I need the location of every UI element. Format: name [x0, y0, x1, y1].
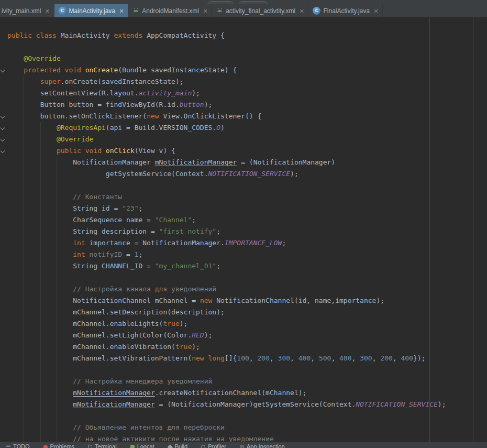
code-token: (api = Build.VERSION_CODES. — [106, 124, 216, 132]
code-token: mNotificationManager — [155, 158, 237, 166]
code-token: NotificationChannel mChannel = — [73, 297, 200, 304]
code-token: NotificationChannel(id, name,importance)… — [216, 297, 384, 304]
fold-marker-icon[interactable] — [1, 137, 5, 141]
code-line: // Константы — [7, 191, 487, 203]
code-token: "first notify" — [159, 227, 217, 235]
code-token: ); — [204, 331, 213, 339]
code-token: (Bundle savedInstanceState) { — [118, 66, 237, 74]
todo-icon — [6, 445, 10, 448]
code-token: ); — [192, 89, 200, 97]
code-token: 100 — [237, 354, 249, 362]
fold-marker-icon[interactable] — [1, 68, 5, 72]
toolbar-button[interactable] — [207, 1, 234, 4]
code-token: = (NotificationManager)getSystemService(… — [155, 400, 356, 408]
profiler-icon — [201, 445, 205, 448]
code-line — [7, 272, 487, 283]
code-line: String description = "first notify"; — [7, 226, 487, 237]
inspection-icon — [240, 445, 244, 448]
code-token: 300 — [360, 354, 372, 362]
code-line: getSystemService(Context.NOTIFICATION_SE… — [7, 168, 487, 180]
code-token: true — [163, 320, 179, 327]
code-token: = (NotificationManager) — [237, 158, 335, 166]
tool-window-button-problems[interactable]: Problems — [43, 443, 74, 448]
java-class-icon: C — [59, 7, 67, 15]
code-token: true — [175, 343, 192, 351]
code-token: 200 — [380, 354, 392, 362]
code-token: onCreate — [85, 66, 118, 74]
code-token: notifyID — [90, 250, 123, 258]
fold-marker-icon[interactable] — [1, 114, 5, 118]
code-token: String description = — [73, 227, 159, 235]
code-token: new — [147, 112, 163, 120]
code-line — [7, 364, 487, 376]
tab-label: AndroidManifest.xml — [142, 7, 199, 15]
tool-window-button-logcat[interactable]: Logcat — [130, 443, 154, 448]
code-token: mNotificationManager — [73, 389, 155, 397]
tool-window-label: Build — [175, 443, 187, 448]
code-token: , — [393, 354, 401, 362]
close-tab-icon[interactable]: × — [203, 7, 207, 15]
code-token: public class — [7, 31, 61, 39]
close-tab-icon[interactable]: × — [45, 7, 49, 15]
tool-window-button-todo[interactable]: TODO — [6, 443, 30, 448]
close-tab-icon[interactable]: × — [300, 7, 304, 15]
code-area[interactable]: public class MainActivity extends AppCom… — [0, 17, 487, 442]
code-token: button.setOnClickListener( — [40, 112, 147, 120]
fold-marker-icon[interactable] — [1, 149, 5, 153]
code-token: NOTIFICATION_SERVICE — [356, 400, 438, 408]
editor-tab-activity-final-activtity-xml[interactable]: activity_final_activtity.xml× — [212, 4, 308, 17]
code-token: IMPORTANCE_LOW — [225, 239, 282, 247]
code-token: int — [73, 250, 89, 258]
code-token: }); — [413, 354, 425, 362]
code-token: .createNotificationChannel(mChannel); — [155, 389, 307, 397]
fold-marker-icon[interactable] — [1, 126, 5, 130]
code-line: String CHANNEL_ID = "my_channel_01"; — [7, 260, 487, 272]
code-token: ) — [220, 124, 225, 132]
code-token: mChannel.enableLights( — [73, 320, 163, 327]
code-token: 400 — [401, 354, 413, 362]
tab-label: ivity_main.xml — [2, 7, 41, 15]
code-token: mNotificationManager — [73, 400, 155, 408]
code-token: @Override — [57, 135, 93, 143]
editor-tab-finalactivity-java[interactable]: CFinalActivity.java× — [308, 4, 383, 17]
code-token: "Channel" — [155, 216, 192, 224]
code-line: mChannel.enableVibration(true); — [7, 341, 487, 353]
code-token: getSystemService(Context. — [106, 170, 208, 178]
tool-window-button-build[interactable]: Build — [168, 443, 187, 448]
tool-window-button-app-inspection[interactable]: App Inspection — [240, 443, 285, 448]
code-line: NotificationManager mNotificationManager… — [7, 157, 487, 168]
tool-window-button-terminal[interactable]: Terminal — [88, 443, 117, 448]
code-token: button — [180, 101, 204, 108]
code-token: 400 — [298, 354, 311, 362]
tool-window-label: Logcat — [137, 443, 154, 448]
code-token: @Override — [24, 54, 60, 62]
code-line: super.onCreate(savedInstanceState); — [7, 76, 487, 88]
tab-label: activity_final_activtity.xml — [226, 7, 295, 15]
tool-window-label: Terminal — [95, 443, 117, 448]
code-token: int — [73, 239, 89, 247]
editor-pane[interactable]: public class MainActivity extends AppCom… — [0, 17, 487, 442]
code-line: @RequiresApi(api = Build.VERSION_CODES.O… — [7, 122, 487, 134]
code-line: setContentView(R.layout.activity_main); — [7, 88, 487, 99]
editor-tab-androidmanifest-xml[interactable]: AndroidManifest.xml× — [128, 4, 212, 17]
code-token: activity_main — [138, 89, 192, 97]
code-token: , — [311, 354, 319, 362]
close-tab-icon[interactable]: × — [119, 7, 124, 15]
java-class-icon: C — [313, 7, 320, 15]
code-token: .onCreate(savedInstanceState); — [61, 78, 184, 85]
code-line: @Override — [7, 134, 487, 145]
code-line: mChannel.setVibrationPattern(new long[]{… — [7, 353, 487, 364]
editor-tab-mainactivity-java[interactable]: CMainActivity.java× — [54, 4, 129, 17]
code-token: "my_channel_01" — [155, 262, 216, 270]
code-line: int importance = NotificationManager.IMP… — [7, 237, 487, 249]
code-token: (View v) { — [135, 147, 175, 155]
tool-window-label: Problems — [50, 443, 74, 448]
code-token: setContentView(R.layout. — [40, 89, 139, 97]
code-token: , — [372, 354, 381, 362]
toolbar-button[interactable] — [239, 1, 268, 4]
tool-window-button-profiler[interactable]: Profiler — [201, 443, 226, 448]
tool-window-bar: TODOProblemsTerminalLogcatBuildProfilerA… — [0, 442, 487, 448]
editor-tab-ivity-main-xml[interactable]: ivity_main.xml× — [0, 4, 54, 17]
code-line: // Настройка менеджера уведомлений — [7, 376, 487, 387]
close-tab-icon[interactable]: × — [374, 7, 378, 15]
